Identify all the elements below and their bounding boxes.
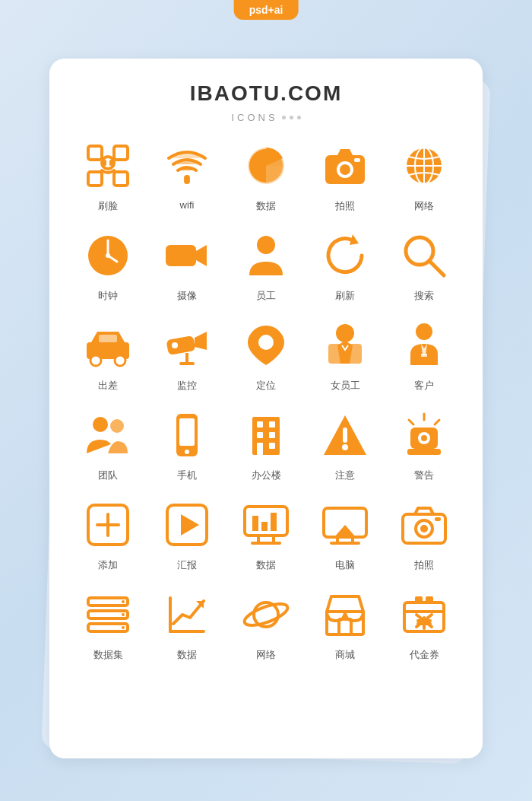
svg-rect-1: [114, 146, 128, 160]
icon-camera2-label: 拍照: [414, 558, 434, 572]
icon-phone-wrapper: [160, 408, 214, 462]
icon-camera2-wrapper: [397, 497, 451, 552]
svg-rect-53: [257, 443, 263, 455]
icon-network: 网络: [388, 138, 460, 213]
svg-marker-69: [181, 514, 199, 536]
site-name: IBAOTU.COM: [72, 81, 460, 106]
icon-computer: 电脑: [309, 497, 381, 572]
svg-point-90: [122, 613, 125, 616]
icon-car-label: 出差: [98, 379, 118, 393]
svg-point-8: [184, 178, 190, 184]
card-subtitle: ICONS: [72, 112, 460, 123]
icon-female-employee-label: 女员工: [331, 379, 360, 393]
icon-planet-wrapper: [239, 587, 293, 642]
icon-phone: 手机: [151, 408, 223, 482]
icon-add: 添加: [72, 497, 144, 572]
icon-face-scan: 刷脸: [72, 138, 144, 213]
svg-point-57: [342, 444, 348, 450]
icon-cctv-label: 监控: [177, 379, 197, 393]
icon-office-wrapper: [239, 408, 293, 462]
svg-rect-54: [269, 443, 275, 449]
icon-network-wrapper: [397, 138, 451, 193]
icon-car: 出差: [72, 318, 144, 393]
icon-refresh-label: 刷新: [335, 289, 355, 303]
icon-monitor-data-wrapper: [239, 497, 293, 552]
svg-point-12: [340, 164, 350, 175]
icon-camera-wrapper: [318, 138, 372, 193]
svg-rect-40: [328, 344, 362, 364]
svg-marker-24: [196, 245, 207, 266]
icon-report-wrapper: [160, 497, 214, 552]
icon-employee: 员工: [230, 228, 302, 303]
icon-location: 定位: [230, 318, 302, 393]
icon-employee-wrapper: [239, 228, 293, 283]
svg-rect-46: [179, 418, 195, 446]
icon-video-wrapper: [160, 228, 214, 283]
icon-location-label: 定位: [256, 379, 276, 393]
svg-marker-78: [334, 525, 356, 537]
icon-computer-wrapper: [318, 497, 372, 552]
icon-clock-wrapper: [81, 228, 135, 283]
icon-cctv: 监控: [151, 318, 223, 393]
icon-phone-label: 手机: [177, 469, 197, 482]
icon-camera-label: 拍照: [335, 199, 355, 213]
icon-voucher-label: 代金券: [410, 648, 439, 662]
icon-data-pie: 数据: [230, 138, 302, 213]
icon-video: 摄像: [151, 228, 223, 303]
icon-search: 搜索: [388, 228, 460, 303]
icon-customer-wrapper: [397, 318, 451, 373]
icon-alarm: 警告: [388, 408, 460, 482]
icon-female-employee-wrapper: [318, 318, 372, 373]
svg-marker-34: [195, 332, 207, 350]
format-badge: psd+ai: [234, 0, 299, 20]
icon-video-label: 摄像: [177, 289, 197, 303]
svg-line-60: [409, 420, 413, 424]
svg-rect-23: [166, 245, 196, 266]
icon-planet: 网络: [230, 587, 302, 662]
icon-customer: 客户: [388, 318, 460, 393]
icon-warning: 注意: [309, 408, 381, 482]
icon-voucher-wrapper: [397, 587, 451, 642]
svg-rect-85: [435, 517, 441, 521]
icon-search-wrapper: [397, 228, 451, 283]
icon-wifi: wifi: [151, 138, 223, 213]
svg-rect-48: [252, 417, 280, 455]
svg-rect-106: [415, 596, 423, 604]
dot2: [290, 116, 293, 119]
svg-rect-0: [88, 146, 102, 160]
icon-location-wrapper: [239, 318, 293, 373]
svg-rect-52: [269, 432, 275, 438]
svg-point-91: [122, 626, 125, 629]
icon-voucher: 代金券: [388, 587, 460, 662]
icon-monitor-data-label: 数据: [256, 558, 276, 572]
icon-office: 办公楼: [230, 408, 302, 482]
icon-office-label: 办公楼: [252, 469, 281, 482]
svg-point-89: [122, 600, 125, 603]
icon-team-wrapper: [81, 408, 135, 462]
icon-team-label: 团队: [98, 469, 118, 482]
svg-point-96: [242, 599, 290, 629]
icon-chart-label: 数据: [177, 648, 197, 662]
svg-rect-76: [271, 513, 277, 531]
icon-employee-label: 员工: [256, 289, 276, 303]
svg-line-59: [435, 420, 439, 424]
svg-point-41: [416, 323, 432, 340]
svg-rect-70: [245, 507, 287, 536]
svg-rect-49: [257, 421, 263, 428]
svg-rect-51: [257, 432, 263, 438]
svg-rect-36: [179, 362, 195, 365]
icon-report-label: 汇报: [177, 558, 197, 572]
svg-rect-56: [343, 428, 347, 443]
icon-monitor-data: 数据: [230, 497, 302, 572]
svg-point-63: [421, 435, 427, 441]
svg-point-84: [420, 525, 428, 532]
icon-chart-wrapper: [160, 587, 214, 642]
svg-rect-33: [166, 335, 196, 355]
icon-refresh-wrapper: [318, 228, 372, 283]
svg-point-25: [257, 236, 275, 254]
svg-rect-42: [421, 354, 427, 357]
icon-search-label: 搜索: [414, 289, 434, 303]
icon-alarm-wrapper: [397, 408, 451, 462]
icon-data-pie-label: 数据: [256, 199, 276, 213]
icon-report: 汇报: [151, 497, 223, 572]
